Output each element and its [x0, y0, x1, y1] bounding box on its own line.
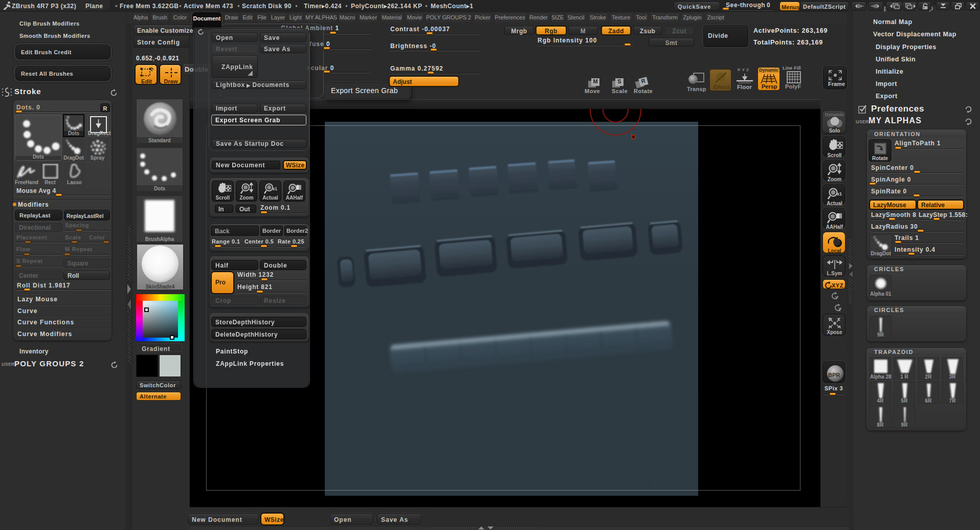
svg-text:x1: x1	[273, 186, 278, 191]
svg-text:BPR: BPR	[828, 372, 840, 378]
svg-text:Y: Y	[835, 295, 838, 300]
svg-text:x1: x1	[837, 191, 842, 196]
svg-text:Z: Z	[838, 307, 841, 312]
